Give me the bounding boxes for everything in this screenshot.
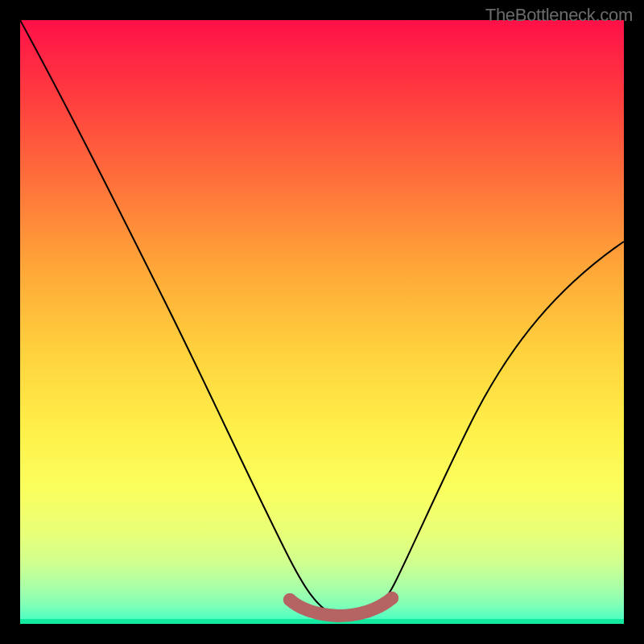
watermark-text: TheBottleneck.com [485, 5, 633, 26]
band-marker-right [386, 592, 398, 605]
zero-bottleneck-band [290, 598, 392, 616]
bottleneck-curve [20, 20, 624, 617]
chart-frame: TheBottleneck.com [0, 0, 644, 644]
curve-svg [20, 20, 624, 624]
plot-area [20, 20, 624, 624]
band-marker-left [283, 593, 296, 606]
